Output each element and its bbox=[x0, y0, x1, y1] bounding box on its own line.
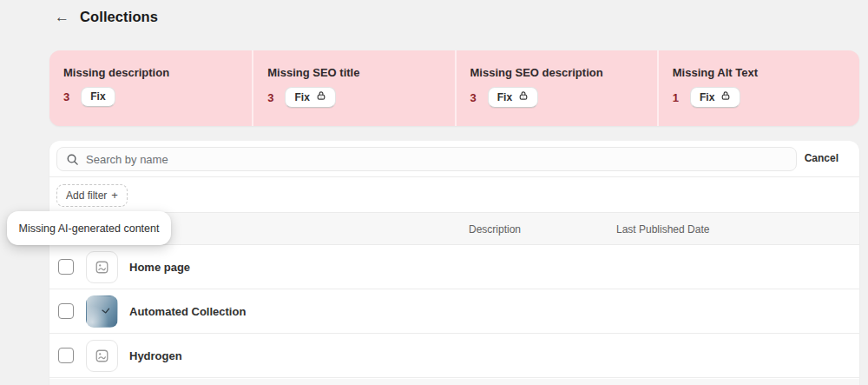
collection-title: Home page bbox=[129, 261, 190, 274]
add-filter-button[interactable]: Add filter + bbox=[56, 184, 128, 207]
issue-title: Missing SEO description bbox=[470, 66, 643, 79]
lock-icon bbox=[316, 90, 326, 103]
issue-count-badge: 1 bbox=[673, 91, 679, 104]
fix-button-label: Fix bbox=[497, 91, 512, 103]
issue-card-missing-seo-title: Missing SEO title 3 Fix bbox=[252, 50, 454, 126]
add-filter-label: Add filter bbox=[66, 189, 107, 202]
issue-count-badge: 3 bbox=[470, 91, 477, 104]
fix-button-label: Fix bbox=[90, 90, 105, 103]
search-input[interactable] bbox=[86, 153, 796, 166]
content-issues-banner: Missing description 3 Fix Missing SEO ti… bbox=[49, 50, 859, 126]
back-arrow-button[interactable]: ← bbox=[55, 10, 69, 24]
search-row: Cancel bbox=[49, 141, 859, 177]
table-row-hydrogen[interactable]: Hydrogen bbox=[49, 334, 859, 378]
issue-count-badge: 3 bbox=[63, 90, 69, 103]
collections-page: ← Collections Missing description 3 Fix … bbox=[0, 0, 868, 385]
table-row-home-page[interactable]: Home page bbox=[49, 245, 859, 289]
row-checkbox[interactable] bbox=[58, 303, 74, 319]
collection-title: Hydrogen bbox=[129, 349, 182, 362]
collection-title: Automated Collection bbox=[129, 305, 246, 318]
table-body: Home page Automated Collection Hydrogen bbox=[49, 245, 859, 378]
next-row-edge bbox=[49, 379, 859, 385]
fix-button-label: Fix bbox=[700, 91, 714, 103]
collections-table-card: Cancel Add filter + Description Last Pub… bbox=[49, 141, 859, 385]
issue-title: Missing description bbox=[63, 66, 238, 79]
filter-option-missing-ai-content[interactable]: Missing AI-generated content bbox=[7, 211, 171, 245]
page-title: Collections bbox=[80, 9, 158, 25]
issue-count-badge: 3 bbox=[267, 91, 273, 104]
page-header: ← Collections bbox=[55, 9, 158, 25]
issue-card-missing-seo-description: Missing SEO description 3 Fix bbox=[455, 50, 657, 126]
fix-button[interactable]: Fix bbox=[690, 87, 740, 108]
image-placeholder-icon bbox=[86, 340, 118, 372]
fix-button[interactable]: Fix bbox=[81, 87, 115, 107]
table-row-automated-collection[interactable]: Automated Collection bbox=[49, 289, 859, 334]
fix-button[interactable]: Fix bbox=[488, 87, 538, 108]
fix-button-label: Fix bbox=[294, 91, 309, 103]
search-icon bbox=[66, 153, 79, 166]
search-field bbox=[56, 147, 797, 171]
filter-row: Add filter + bbox=[49, 177, 859, 212]
issue-card-missing-alt-text: Missing Alt Text 1 Fix bbox=[657, 50, 859, 126]
image-placeholder-icon bbox=[86, 251, 118, 283]
column-header-description: Description bbox=[469, 223, 521, 236]
plus-icon: + bbox=[111, 189, 118, 202]
collection-thumbnail bbox=[86, 295, 118, 328]
issue-card-missing-description: Missing description 3 Fix bbox=[49, 50, 252, 126]
lock-icon bbox=[518, 90, 529, 103]
issue-title: Missing SEO title bbox=[267, 66, 440, 79]
fix-button[interactable]: Fix bbox=[285, 87, 335, 108]
issue-title: Missing Alt Text bbox=[673, 66, 845, 79]
row-checkbox[interactable] bbox=[58, 348, 74, 363]
column-header-last-published-date: Last Published Date bbox=[616, 223, 709, 236]
cancel-button[interactable]: Cancel bbox=[805, 152, 838, 164]
lock-icon bbox=[720, 90, 731, 103]
row-checkbox[interactable] bbox=[58, 259, 74, 275]
